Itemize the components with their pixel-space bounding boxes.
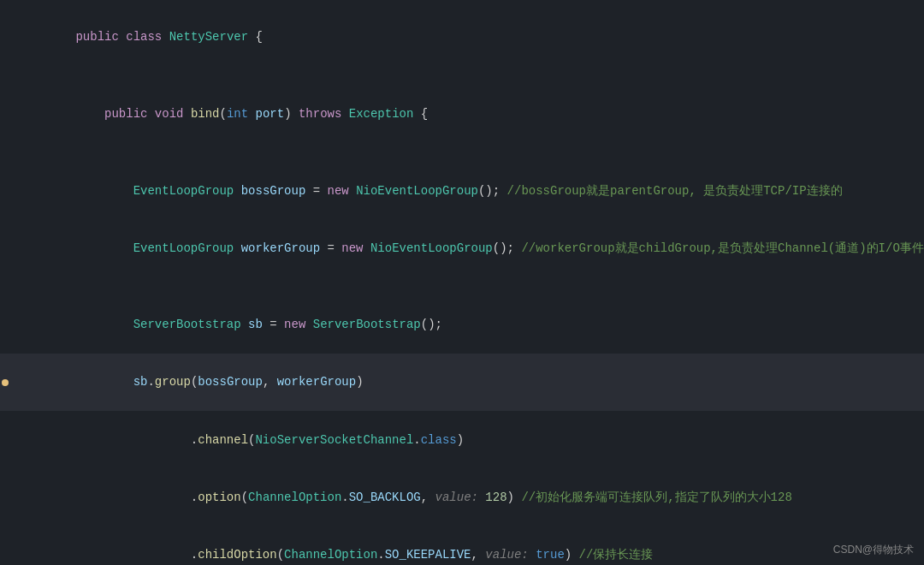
code-line: .childOption(ChannelOption.SO_KEEPALIVE,… [0, 526, 924, 565]
code-line: public class NettyServer { [0, 9, 924, 66]
code-line-highlighted: sb.group(bossGroup, workerGroup) [0, 354, 924, 411]
code-line [0, 143, 924, 162]
code-line: .channel(NioServerSocketChannel.class) [0, 411, 924, 468]
code-line: EventLoopGroup workerGroup = new NioEven… [0, 219, 924, 277]
code-line: ServerBootstrap sb = new ServerBootstrap… [0, 296, 924, 354]
code-line: .option(ChannelOption.SO_BACKLOG, value:… [0, 468, 924, 526]
breakpoint-dot [2, 379, 9, 386]
code-line [0, 277, 924, 295]
code-editor: public class NettyServer { public void b… [0, 0, 924, 565]
watermark: CSDN@得物技术 [833, 542, 914, 558]
code-line: public void bind(int port) throws Except… [0, 86, 924, 143]
code-line [0, 66, 924, 85]
code-line: EventLoopGroup bossGroup = new NioEventL… [0, 162, 924, 219]
